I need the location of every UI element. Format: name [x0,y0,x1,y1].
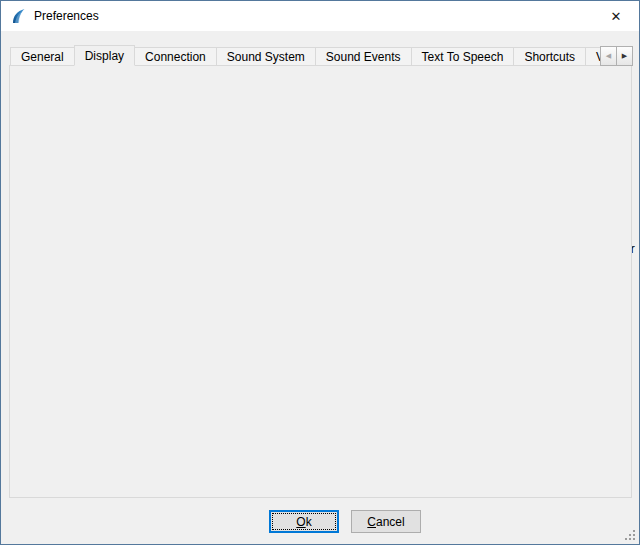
tab-bar: General Display Connection Sound System … [10,45,604,66]
ok-label: k [306,515,312,529]
tab-display[interactable]: Display [74,45,135,66]
titlebar[interactable]: Preferences ✕ [1,1,639,31]
close-button[interactable]: ✕ [593,1,639,31]
preferences-dialog: Preferences ✕ General Display Connection… [0,0,640,545]
cancel-access-key: C [367,515,376,529]
tab-scrollers: ◀ ▶ [601,46,633,66]
tab-text-to-speech[interactable]: Text To Speech [411,47,515,66]
window-title: Preferences [34,9,99,23]
tab-scroll-right-icon[interactable]: ▶ [616,46,633,66]
tab-connection[interactable]: Connection [134,47,217,66]
tab-sound-system[interactable]: Sound System [216,47,316,66]
close-icon: ✕ [611,9,622,24]
ok-access-key: O [296,515,305,529]
cancel-button[interactable]: Cancel [351,510,421,533]
ok-button[interactable]: Ok [269,510,339,533]
dialog-button-row: Ok Cancel [26,510,640,533]
app-icon [10,8,26,24]
tab-general[interactable]: General [10,47,75,66]
cancel-label: ancel [376,515,405,529]
tab-shortcuts[interactable]: Shortcuts [513,47,586,66]
resize-grip[interactable] [623,528,635,540]
tab-sound-events[interactable]: Sound Events [315,47,412,66]
display-tab-pane [9,65,632,498]
tab-scroll-left-icon[interactable]: ◀ [600,46,617,66]
